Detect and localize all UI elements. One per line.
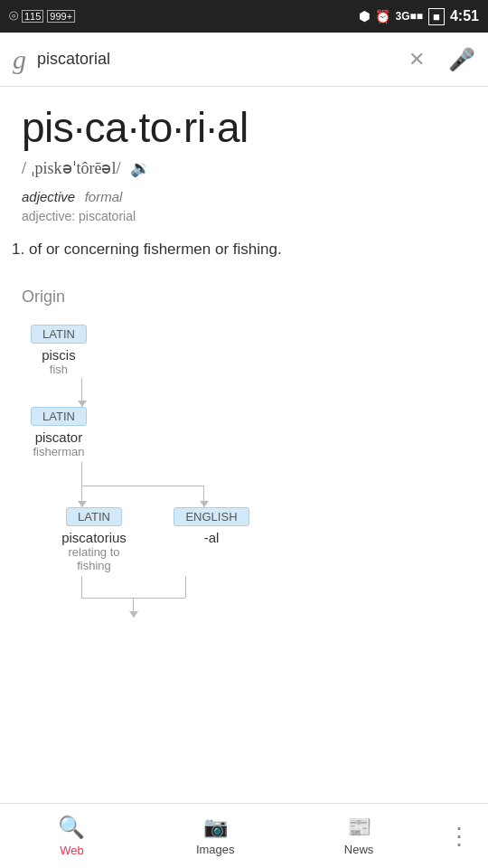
google-logo: g (13, 44, 26, 75)
word-heading: pis·ca·to·ri·al (22, 105, 466, 151)
sim-icon: 115 (22, 10, 43, 23)
etym-split-word-2: -al (204, 530, 220, 545)
etym-node-1: LATIN piscis fish (31, 325, 87, 378)
definition-item: of or concerning fishermen or fishing. (29, 238, 466, 261)
nav-label-web: Web (60, 844, 84, 857)
etym-word-2: piscator (35, 429, 83, 445)
newspaper-icon: 📰 (347, 816, 371, 839)
bottom-nav: 🔍 Web 📷 Images 📰 News ⋮ (0, 803, 488, 868)
alarm-icon: ⏰ (375, 9, 390, 24)
lang-badge-2: LATIN (31, 407, 87, 426)
etym-split-meaning-1: relating tofishing (68, 545, 119, 572)
speaker-icon[interactable]: 🔉 (130, 158, 150, 178)
etym-node-2: LATIN piscator fisherman (31, 407, 87, 460)
origin-title: Origin (22, 288, 466, 307)
part-of-speech: adjective (22, 189, 75, 204)
signal-icon: 3G■■ (396, 10, 424, 23)
adj-label: adjective: piscatorial (22, 209, 466, 223)
camera-icon: 📷 (203, 816, 228, 839)
nav-item-images[interactable]: 📷 Images (144, 816, 287, 856)
etym-meaning-2: fisherman (33, 445, 84, 458)
search-query: piscatorial (37, 50, 398, 69)
etym-meaning-1: fish (50, 363, 68, 376)
pos-row: adjective formal (22, 189, 466, 205)
etym-word-1: piscis (42, 347, 76, 363)
status-bar-right: ⬢ ⏰ 3G■■ ■ 4:51 (359, 8, 479, 25)
bluetooth-icon: ⬢ (359, 9, 370, 24)
etym-split-right: ENGLISH -al (157, 507, 266, 545)
etym-split-left: LATIN piscatorius relating tofishing (31, 507, 157, 574)
lang-badge-1: LATIN (31, 325, 87, 344)
converge-arrows (31, 576, 230, 618)
definition-text: of or concerning fishermen or fishing. (29, 241, 282, 258)
nav-label-news: News (344, 843, 374, 856)
clock: 4:51 (450, 8, 479, 24)
pronunciation-text: / ˌpiskəˈtôrēəl/ (22, 158, 121, 178)
nav-label-images: Images (196, 843, 235, 856)
nav-item-news[interactable]: 📰 News (287, 816, 431, 856)
definition-list: of or concerning fishermen or fishing. (22, 238, 466, 261)
nav-item-more[interactable]: ⋮ (430, 825, 488, 848)
nav-item-web[interactable]: 🔍 Web (0, 815, 144, 857)
search-input-wrapper[interactable]: piscatorial (37, 50, 398, 69)
wifi-icon: ⦾ (9, 9, 18, 24)
more-icon[interactable]: ⋮ (447, 825, 471, 848)
microphone-icon[interactable]: 🎤 (448, 47, 475, 72)
status-bar: ⦾ 115 999+ ⬢ ⏰ 3G■■ ■ 4:51 (0, 0, 488, 33)
pronunciation-row: / ˌpiskəˈtôrēəl/ 🔉 (22, 158, 466, 178)
etymology-tree: LATIN piscis fish LATIN piscator fisherm… (22, 325, 466, 618)
etym-split-word-1: piscatorius (61, 530, 127, 545)
status-bar-left: ⦾ 115 999+ (9, 9, 75, 24)
lang-badge-4: ENGLISH (174, 507, 249, 526)
clear-icon[interactable]: ✕ (408, 48, 425, 71)
etym-split-row: LATIN piscatorius relating tofishing ENG… (31, 507, 284, 574)
search-bar: g piscatorial ✕ 🎤 (0, 33, 488, 87)
register-label: formal (85, 189, 123, 204)
sim2-icon: 999+ (47, 10, 75, 23)
search-icon: 🔍 (58, 815, 85, 840)
battery-icon: ■ (428, 8, 445, 25)
lang-badge-3: LATIN (66, 507, 122, 526)
main-content: pis·ca·to·ri·al / ˌpiskəˈtôrēəl/ 🔉 adjec… (0, 87, 488, 803)
